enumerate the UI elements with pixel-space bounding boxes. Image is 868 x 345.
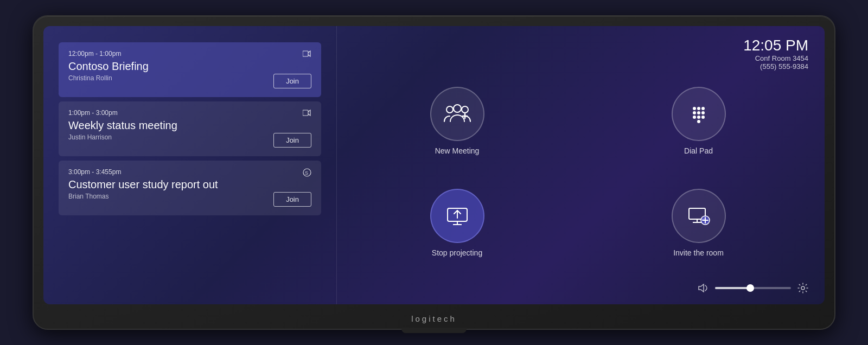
brand-label: logitech (411, 314, 457, 323)
svg-text:S: S (305, 170, 308, 176)
svg-rect-0 (303, 51, 308, 56)
join-button-3[interactable]: Join (273, 192, 311, 207)
screen: 12:00pm - 1:00pm Contoso Briefing Christ… (43, 26, 825, 304)
right-panel: 12:05 PM Conf Room 3454 (555) 555-9384 (336, 26, 825, 304)
settings-icon[interactable] (797, 283, 808, 293)
new-meeting-circle (430, 87, 484, 141)
invite-room-label: Invite the room (673, 248, 724, 257)
svg-point-10 (697, 107, 700, 110)
room-info: 12:05 PM Conf Room 3454 (555) 555-9384 (347, 37, 808, 71)
meeting-time-2: 1:00pm - 3:00pm (68, 109, 311, 117)
meeting-time-3: 3:00pm - 3:455pm (68, 168, 311, 176)
svg-point-18 (697, 120, 700, 123)
svg-point-12 (693, 111, 696, 114)
volume-fill (715, 287, 750, 289)
join-button-1[interactable]: Join (273, 74, 311, 88)
new-meeting-label: New Meeting (435, 146, 480, 155)
dial-pad-circle (672, 87, 726, 141)
svg-rect-1 (303, 110, 308, 116)
svg-point-5 (454, 105, 461, 112)
meeting-title-1: Contoso Briefing (68, 60, 311, 73)
svg-point-14 (701, 111, 705, 114)
room-name: Conf Room 3454 (347, 54, 808, 62)
new-meeting-icon (443, 102, 471, 126)
meeting-card-2[interactable]: 1:00pm - 3:00pm Weekly status meeting Ju… (59, 101, 321, 156)
actions-grid: New Meeting (347, 87, 808, 274)
svg-point-16 (697, 116, 700, 119)
room-phone: (555) 555-9384 (347, 62, 808, 71)
panel-divider (336, 26, 337, 304)
svg-point-29 (801, 286, 805, 290)
volume-row (347, 283, 808, 293)
svg-point-9 (693, 107, 696, 110)
bottom-connector (401, 328, 467, 333)
join-button-2[interactable]: Join (273, 133, 311, 148)
svg-point-11 (701, 107, 705, 110)
meetings-panel: 12:00pm - 1:00pm Contoso Briefing Christ… (43, 26, 336, 304)
meeting-time-1: 12:00pm - 1:00pm (68, 50, 311, 58)
volume-icon (698, 284, 709, 292)
meeting-card-1[interactable]: 12:00pm - 1:00pm Contoso Briefing Christ… (59, 42, 321, 97)
new-meeting-button[interactable]: New Meeting (430, 87, 484, 173)
meeting-title-3: Customer user study report out (68, 178, 311, 191)
skype-icon-3: S (303, 168, 311, 177)
svg-point-17 (701, 116, 705, 119)
invite-room-circle (672, 189, 726, 243)
invite-room-icon (685, 204, 713, 228)
dial-pad-icon (687, 102, 711, 126)
device-frame: 12:00pm - 1:00pm Contoso Briefing Christ… (33, 15, 835, 330)
stop-projecting-circle (430, 189, 484, 243)
svg-point-6 (462, 106, 468, 113)
stop-projecting-label: Stop projecting (432, 248, 482, 257)
svg-point-4 (446, 106, 453, 113)
dial-pad-label: Dial Pad (684, 146, 713, 155)
meeting-card-3[interactable]: S 3:00pm - 3:455pm Customer user study r… (59, 161, 321, 215)
teams-icon-1 (303, 50, 311, 58)
svg-point-15 (693, 116, 696, 119)
svg-point-13 (697, 111, 700, 114)
teams-icon-2 (303, 109, 311, 117)
invite-room-button[interactable]: Invite the room (672, 189, 726, 274)
time-display: 12:05 PM (347, 37, 808, 54)
volume-slider[interactable] (715, 287, 791, 289)
stop-projecting-button[interactable]: Stop projecting (430, 189, 484, 274)
dial-pad-button[interactable]: Dial Pad (672, 87, 726, 173)
meeting-title-2: Weekly status meeting (68, 119, 311, 132)
volume-thumb (746, 284, 754, 292)
stop-projecting-icon (443, 204, 471, 228)
